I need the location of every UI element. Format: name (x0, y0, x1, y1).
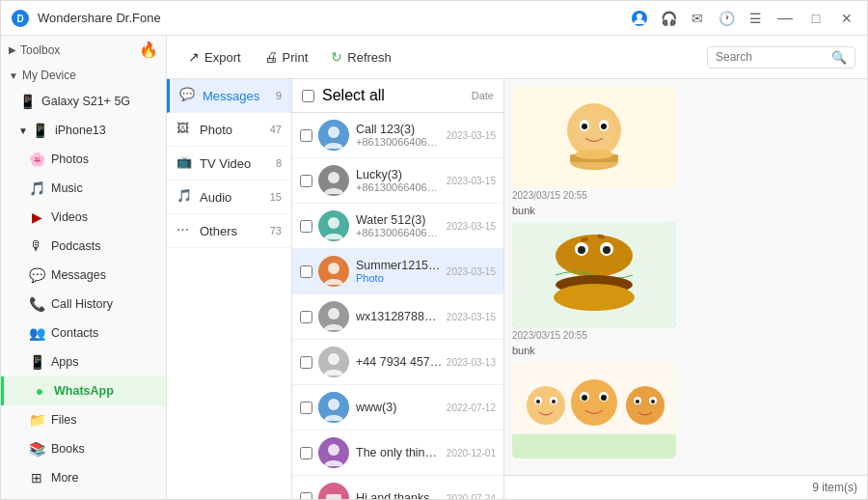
msg-checkbox-6[interactable] (300, 402, 312, 414)
callhistory-icon: 📞 (28, 295, 45, 313)
main-layout: ▶ Toolbox 🔥 ▼ My Device 📱 Galaxy S21+ 5G… (1, 36, 867, 499)
avatar-1 (318, 165, 349, 196)
msg-checkbox-5[interactable] (300, 356, 312, 369)
msg-date-5: 2023-03-13 (447, 357, 496, 368)
more-label: More (51, 471, 78, 485)
media-photo[interactable]: 🖼 Photo 47 (167, 113, 291, 147)
iphone13-label: iPhone13 (55, 124, 106, 137)
music-icon: 🎵 (28, 180, 45, 197)
photo-grid: 2023/03/15 20:55 bunk (504, 79, 867, 475)
media-messages[interactable]: 💬 Messages 9 (167, 79, 291, 113)
message-row[interactable]: +44 7934 457178(16) 2023-03-13 (292, 340, 503, 385)
msg-date-4: 2023-03-15 (447, 312, 496, 322)
msg-info-2: Water 512(3) +8613006640625 c... (356, 213, 443, 238)
svg-point-29 (601, 124, 607, 129)
whatsapp-label: WhatsApp (54, 384, 114, 398)
media-video-count: 8 (276, 157, 282, 169)
svg-rect-59 (512, 434, 676, 458)
sidebar-item-iphone13[interactable]: ▼ 📱 iPhone13 (1, 116, 166, 145)
files-label: Files (51, 413, 76, 427)
msg-date-6: 2022-07-12 (447, 403, 496, 413)
sidebar-item-apps[interactable]: 📱 Apps (1, 347, 166, 376)
refresh-button[interactable]: ↻ Refresh (321, 44, 401, 69)
avatar-5 (318, 347, 349, 377)
message-row[interactable]: Water 512(3) +8613006640625 c... 2023-03… (292, 204, 503, 249)
msg-info-5: +44 7934 457178(16) (356, 355, 443, 369)
user-icon[interactable] (630, 9, 649, 28)
photo-meta-0: 2023/03/15 20:55 (512, 188, 859, 203)
media-others[interactable]: ⋯ Others 73 (167, 214, 291, 248)
sidebar-item-whatsapp[interactable]: ● WhatsApp (1, 376, 166, 405)
music-label: Music (51, 181, 83, 195)
svg-point-57 (636, 400, 639, 403)
msg-info-4: wx13128788841(67) (356, 310, 443, 323)
phone-icon: 📱 (18, 93, 36, 110)
books-label: Books (51, 442, 85, 456)
headset-icon[interactable]: 🎧 (659, 9, 678, 28)
mybackup-section[interactable]: ▼ My Backup (1, 492, 166, 499)
print-button[interactable]: 🖨 Print (255, 44, 318, 69)
sidebar-item-music[interactable]: 🎵 Music (1, 174, 166, 203)
apps-label: Apps (51, 355, 79, 369)
sidebar-item-videos[interactable]: ▶ Videos (1, 203, 166, 232)
media-messages-label: Messages (203, 89, 259, 103)
sidebar-item-books[interactable]: 📚 Books (1, 434, 166, 463)
sidebar-item-history[interactable]: 📞 Call History (1, 290, 166, 319)
message-row[interactable]: Lucky(3) +8613006640625 c... 2023-03-15 (292, 158, 503, 204)
photo-item-0: 2023/03/15 20:55 bunk (512, 87, 859, 218)
media-audio[interactable]: 🎵 Audio 15 (167, 181, 291, 214)
svg-point-53 (601, 395, 607, 401)
select-all-checkbox[interactable] (302, 90, 314, 102)
content-area: 💬 Messages 9 🖼 Photo 47 📺 TV Video 8 🎵 A… (167, 79, 867, 499)
message-row[interactable]: Call 123(3) +8613006640625 c... 2023-03-… (292, 113, 503, 158)
msg-checkbox-7[interactable] (300, 447, 312, 459)
titlebar-controls: 🎧 ✉ 🕐 ☰ — □ ✕ (630, 8, 857, 29)
svg-point-54 (626, 386, 665, 425)
podcasts-icon: 🎙 (28, 237, 45, 255)
print-icon: 🖨 (264, 49, 278, 65)
svg-point-11 (328, 263, 339, 274)
svg-point-5 (328, 126, 339, 138)
msg-checkbox-0[interactable] (300, 129, 312, 142)
maximize-button[interactable]: □ (805, 8, 827, 29)
svg-point-13 (328, 308, 339, 319)
sidebar-item-files[interactable]: 📁 Files (1, 405, 166, 434)
mydevice-label: My Device (22, 69, 76, 82)
sidebar-item-messages[interactable]: 💬 Messages (1, 261, 166, 290)
msg-name-5: +44 7934 457178(16) (356, 355, 443, 369)
message-row[interactable]: The only thing that(3) 2020-12-01 (292, 431, 503, 476)
sidebar-item-more[interactable]: ⊞ More (1, 463, 166, 492)
messages-label: Messages (51, 268, 106, 282)
sidebar-item-contacts[interactable]: 👥 Contacts (1, 319, 166, 347)
message-row[interactable]: Hi and thanks(3) 2020-07-24 (292, 476, 503, 499)
search-input[interactable] (716, 50, 831, 64)
export-button[interactable]: ↗ Export (178, 44, 251, 69)
menu-icon[interactable]: ☰ (746, 9, 765, 28)
msg-checkbox-1[interactable] (300, 175, 312, 187)
message-row[interactable]: www(3) 2022-07-12 (292, 385, 503, 431)
sidebar-item-galaxy[interactable]: 📱 Galaxy S21+ 5G (1, 87, 166, 116)
svg-point-49 (571, 379, 617, 426)
books-icon: 📚 (28, 440, 45, 458)
media-video[interactable]: 📺 TV Video 8 (167, 147, 291, 181)
mail-icon[interactable]: ✉ (688, 9, 707, 28)
sidebar-item-photos[interactable]: 🌸 Photos (1, 145, 166, 174)
message-row-active[interactable]: Summer1215(246) Photo 2023-03-15 (292, 249, 503, 294)
msg-checkbox-2[interactable] (300, 220, 312, 233)
msg-checkbox-4[interactable] (300, 311, 312, 323)
sidebar-item-podcasts[interactable]: 🎙 Podcasts (1, 232, 166, 261)
message-row[interactable]: wx13128788841(67) 2023-03-15 (292, 294, 503, 340)
close-button[interactable]: ✕ (836, 8, 857, 29)
history-icon[interactable]: 🕐 (717, 9, 736, 28)
search-box[interactable]: 🔍 (707, 46, 855, 69)
podcasts-label: Podcasts (51, 239, 100, 253)
minimize-button[interactable]: — (774, 8, 796, 29)
msg-checkbox-8[interactable] (300, 492, 312, 500)
media-audio-count: 15 (270, 191, 282, 203)
date-column-header: Date (472, 90, 494, 101)
msg-checkbox-3[interactable] (300, 265, 312, 278)
media-audio-icon: 🎵 (176, 188, 194, 206)
toolbox-section[interactable]: ▶ Toolbox 🔥 (1, 36, 166, 64)
media-messages-icon: 💬 (179, 87, 197, 104)
mydevice-section[interactable]: ▼ My Device (1, 64, 166, 87)
